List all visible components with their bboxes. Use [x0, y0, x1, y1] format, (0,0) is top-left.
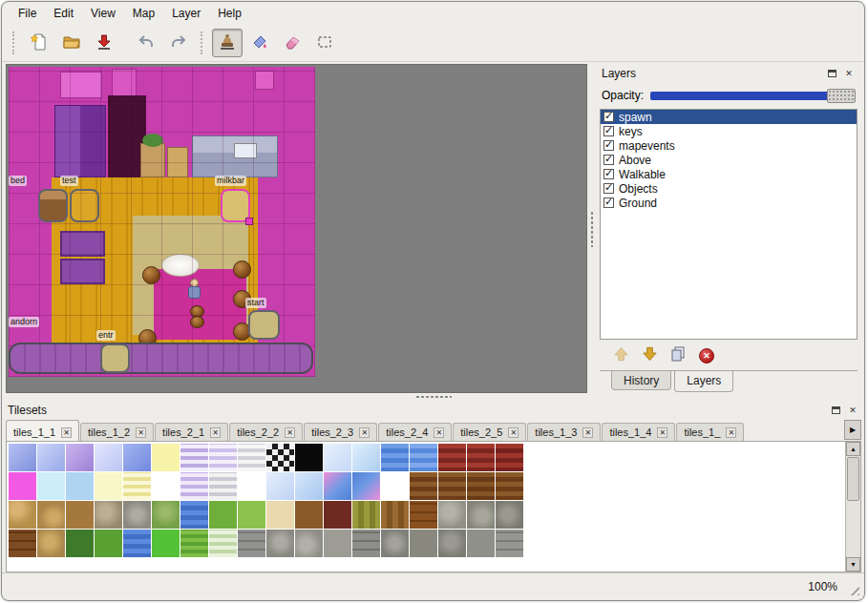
opacity-slider[interactable] [650, 88, 856, 103]
tileset-tile[interactable] [9, 530, 36, 557]
tileset-tile[interactable] [123, 472, 151, 500]
tileset-tile[interactable] [37, 530, 65, 557]
map-object-bed[interactable] [38, 189, 68, 222]
layer-visible-checkbox[interactable] [603, 112, 614, 122]
tileset-tile[interactable] [180, 472, 208, 500]
scroll-down-button[interactable]: ▼ [846, 557, 860, 572]
close-tab-icon[interactable]: ✕ [136, 427, 146, 438]
close-tab-icon[interactable]: ✕ [285, 427, 295, 438]
close-tab-icon[interactable]: ✕ [61, 427, 72, 438]
tileset-tile[interactable] [381, 530, 409, 557]
scrollbar-thumb[interactable] [847, 457, 859, 501]
tileset-tile[interactable] [209, 472, 237, 500]
layer-row-objects[interactable]: Objects [601, 181, 857, 196]
map-object-test[interactable] [70, 189, 99, 222]
scroll-up-button[interactable]: ▲ [846, 442, 860, 456]
map-object-selection-handle[interactable] [245, 218, 253, 225]
close-panel-button[interactable]: ✕ [846, 405, 859, 417]
layer-visible-checkbox[interactable] [603, 126, 614, 136]
map-canvas[interactable]: bed test milkbar start andorn entr [6, 64, 587, 393]
tileset-tile[interactable] [410, 501, 437, 529]
tileset-tile[interactable] [123, 501, 151, 529]
float-panel-button[interactable] [825, 68, 838, 80]
close-tab-icon[interactable]: ✕ [210, 427, 221, 438]
tileset-tile[interactable] [123, 530, 151, 557]
delete-layer-button[interactable]: ✕ [699, 348, 714, 364]
menu-help[interactable]: Help [209, 4, 250, 23]
tileset-tile[interactable] [37, 472, 65, 500]
tileset-tile[interactable] [266, 501, 294, 529]
undo-button[interactable] [131, 29, 161, 57]
map-object-start[interactable] [248, 310, 280, 340]
tileset-tile[interactable] [352, 501, 380, 529]
tileset-tab-3[interactable]: tiles_2_1 ✕ [155, 423, 228, 441]
tab-scroll-right-button[interactable]: ▶ [844, 420, 861, 440]
tileset-tile[interactable] [381, 501, 409, 529]
tileset-tile[interactable] [438, 501, 466, 529]
tileset-tile[interactable] [238, 501, 265, 529]
tileset-tile[interactable] [66, 472, 94, 500]
tileset-tile[interactable] [467, 530, 495, 557]
tileset-tile[interactable] [438, 472, 466, 500]
tileset-tile[interactable] [180, 444, 208, 471]
tileset-tile[interactable] [152, 472, 180, 500]
tileset-tile[interactable] [496, 472, 523, 500]
fill-tool-button[interactable] [244, 29, 275, 57]
tileset-tile[interactable] [180, 530, 208, 557]
raise-layer-button[interactable] [613, 346, 629, 365]
tileset-tile[interactable] [324, 472, 351, 500]
tileset-tile[interactable] [381, 472, 409, 500]
stamp-tool-button[interactable] [212, 29, 243, 57]
toolbar-drag-handle[interactable] [12, 31, 17, 54]
close-tab-icon[interactable]: ✕ [582, 427, 593, 438]
tileset-tab-9[interactable]: tiles_1_4 ✕ [602, 423, 675, 441]
tileset-tab-8[interactable]: tiles_1_3 ✕ [527, 423, 601, 441]
tileset-tile[interactable] [152, 530, 180, 557]
layer-visible-checkbox[interactable] [603, 169, 614, 179]
tab-history[interactable]: History [611, 371, 671, 390]
open-map-button[interactable] [56, 29, 87, 57]
map-content[interactable]: bed test milkbar start andorn entr [9, 67, 315, 377]
tileset-tile[interactable] [295, 501, 323, 529]
tileset-tile[interactable] [352, 530, 380, 557]
tileset-tile[interactable] [95, 530, 122, 557]
float-panel-button[interactable] [829, 405, 842, 417]
close-panel-button[interactable]: ✕ [842, 68, 856, 80]
layer-visible-checkbox[interactable] [603, 198, 614, 208]
resize-grip[interactable] [847, 583, 859, 595]
tileset-tab-6[interactable]: tiles_2_4 ✕ [378, 423, 452, 441]
close-tab-icon[interactable]: ✕ [359, 427, 370, 438]
tileset-tile[interactable] [266, 444, 294, 471]
tileset-tile[interactable] [238, 472, 265, 500]
layer-visible-checkbox[interactable] [603, 140, 614, 151]
layer-row-spawn[interactable]: spawn [601, 110, 857, 124]
tileset-tile[interactable] [238, 530, 265, 557]
tileset-tile[interactable] [209, 444, 237, 471]
close-tab-icon[interactable]: ✕ [657, 427, 667, 438]
tileset-tile[interactable] [9, 472, 36, 500]
map-object-andorn[interactable] [9, 343, 313, 374]
tileset-tile[interactable] [295, 472, 323, 500]
close-tab-icon[interactable]: ✕ [726, 427, 736, 438]
tileset-tab-10[interactable]: tiles_1_ ✕ [676, 423, 744, 441]
tileset-grid[interactable] [9, 444, 523, 557]
tileset-tile[interactable] [410, 444, 437, 471]
tileset-tile[interactable] [180, 501, 208, 529]
tileset-tile[interactable] [295, 444, 323, 471]
layer-row-keys[interactable]: keys [601, 124, 857, 138]
tileset-view[interactable]: ▲ ▼ [6, 442, 861, 572]
tileset-tile[interactable] [266, 530, 294, 557]
close-tab-icon[interactable]: ✕ [434, 427, 444, 438]
tileset-tile[interactable] [324, 530, 351, 557]
tab-layers[interactable]: Layers [674, 371, 733, 392]
menu-map[interactable]: Map [124, 4, 163, 23]
new-map-button[interactable] [24, 29, 54, 57]
tileset-tab-1[interactable]: tiles_1_1 ✕ [6, 420, 79, 442]
tileset-tile[interactable] [9, 501, 36, 529]
tileset-tab-7[interactable]: tiles_2_5 ✕ [453, 423, 526, 441]
tileset-tile[interactable] [467, 501, 495, 529]
tileset-tile[interactable] [381, 444, 409, 471]
tileset-tile[interactable] [152, 444, 180, 471]
menu-layer[interactable]: Layer [163, 4, 209, 23]
tileset-tile[interactable] [410, 472, 437, 500]
